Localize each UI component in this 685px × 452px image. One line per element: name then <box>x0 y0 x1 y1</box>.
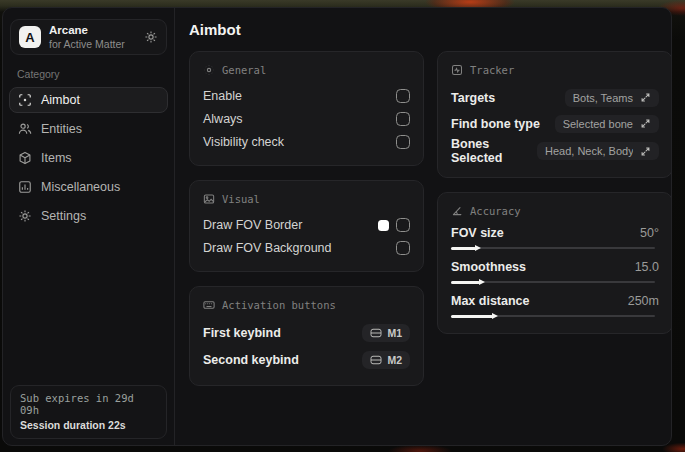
sidebar-item-settings[interactable]: Settings <box>9 203 168 229</box>
mouse-icon <box>370 328 382 338</box>
page-title: Aimbot <box>189 21 672 38</box>
brand-title: Arcane <box>49 24 136 37</box>
right-column: Tracker Targets Bots, Teams <box>437 51 672 386</box>
section-title: Activation buttons <box>222 299 336 311</box>
slider-value: 15.0 <box>635 260 659 274</box>
dropdown-value: Head, Neck, Body, Pe.. <box>545 145 633 157</box>
expand-icon <box>640 146 651 157</box>
first-keybind-button[interactable]: M1 <box>362 324 410 342</box>
pulse-icon <box>451 64 463 76</box>
slider-value: 50° <box>640 226 659 240</box>
brand-header: A Arcane for Active Matter <box>10 19 167 55</box>
setting-label: Enable <box>203 89 242 103</box>
setting-row-first-keybind: First keybind M1 <box>203 320 410 346</box>
setting-label: Bones Selected <box>451 137 537 165</box>
always-checkbox[interactable] <box>396 112 410 126</box>
setting-row-draw-fov-background: Draw FOV Background <box>203 237 410 259</box>
chart-icon <box>18 180 32 194</box>
fov-size-slider[interactable] <box>451 243 659 253</box>
angle-icon <box>451 205 463 217</box>
sidebar-nav: Aimbot Entities <box>3 87 174 232</box>
setting-label: Second keybind <box>203 353 299 367</box>
smoothness-slider[interactable] <box>451 277 659 287</box>
setting-row-fov-size: FOV size 50° <box>451 226 659 253</box>
section-title: Accuracy <box>470 205 521 217</box>
visual-card: Visual Draw FOV Border Draw FOV Backgrou… <box>189 180 424 272</box>
dropdown-value: Selected bone <box>563 118 633 130</box>
bones-selected-dropdown[interactable]: Head, Neck, Body, Pe.. <box>537 142 659 160</box>
setting-label: Targets <box>451 91 495 105</box>
sidebar-item-entities[interactable]: Entities <box>9 116 168 142</box>
setting-label: Visibility check <box>203 135 284 149</box>
cube-icon <box>18 151 32 165</box>
sidebar-item-label: Aimbot <box>41 93 80 107</box>
gear-icon[interactable] <box>144 30 158 44</box>
sidebar-item-miscellaneous[interactable]: Miscellaneous <box>9 174 168 200</box>
sidebar-item-label: Settings <box>41 209 86 223</box>
setting-row-bones-selected: Bones Selected Head, Neck, Body, Pe.. <box>451 137 659 165</box>
setting-row-targets: Targets Bots, Teams <box>451 85 659 110</box>
sidebar-item-label: Entities <box>41 122 82 136</box>
game-background: A Arcane for Active Matter Category <box>0 0 685 452</box>
activation-card: Activation buttons First keybind M1 <box>189 286 424 386</box>
setting-row-enable: Enable <box>203 85 410 107</box>
slider-fill[interactable] <box>451 315 493 318</box>
subscription-info: Sub expires in 29d 09h Session duration … <box>10 385 167 439</box>
find-bone-type-dropdown[interactable]: Selected bone <box>555 115 659 133</box>
mouse-icon <box>370 355 382 365</box>
max-distance-slider[interactable] <box>451 311 659 321</box>
section-title: General <box>222 64 266 76</box>
color-swatch[interactable] <box>378 220 389 231</box>
brand-text: Arcane for Active Matter <box>49 24 136 49</box>
expand-icon <box>640 92 651 103</box>
cheat-menu-window: A Arcane for Active Matter Category <box>2 7 672 446</box>
slider-fill[interactable] <box>451 247 476 250</box>
sidebar-item-aimbot[interactable]: Aimbot <box>9 87 168 113</box>
sidebar-spacer <box>3 232 174 385</box>
setting-row-second-keybind: Second keybind M2 <box>203 347 410 373</box>
setting-label: Draw FOV Border <box>203 218 302 232</box>
setting-row-always: Always <box>203 108 410 130</box>
sidebar-item-label: Miscellaneous <box>41 180 120 194</box>
slider-fill[interactable] <box>451 281 480 284</box>
enable-checkbox[interactable] <box>396 89 410 103</box>
keybind-value: M2 <box>387 354 402 366</box>
setting-row-max-distance: Max distance 250m <box>451 294 659 321</box>
sidebar-item-items[interactable]: Items <box>9 145 168 171</box>
keyboard-icon <box>203 299 215 311</box>
tracker-card: Tracker Targets Bots, Teams <box>437 51 672 178</box>
users-icon <box>18 122 32 136</box>
image-icon <box>203 193 215 205</box>
second-keybind-button[interactable]: M2 <box>362 351 410 369</box>
gear-dots-icon <box>203 64 215 76</box>
brand-subtitle: for Active Matter <box>49 38 136 50</box>
dropdown-value: Bots, Teams <box>573 92 633 104</box>
section-title: Tracker <box>470 64 514 76</box>
main-content: Aimbot General <box>175 8 672 445</box>
setting-label: Max distance <box>451 294 530 308</box>
slider-value: 250m <box>628 294 659 308</box>
setting-row-find-bone-type: Find bone type Selected bone <box>451 111 659 136</box>
setting-row-draw-fov-border: Draw FOV Border <box>203 214 410 236</box>
targets-dropdown[interactable]: Bots, Teams <box>565 89 659 107</box>
setting-label: Smoothness <box>451 260 526 274</box>
left-column: General Enable Always Visibility check <box>189 51 424 386</box>
slider-track <box>451 247 655 249</box>
visibility-check-checkbox[interactable] <box>396 135 410 149</box>
setting-row-visibility-check: Visibility check <box>203 131 410 153</box>
general-card: General Enable Always Visibility check <box>189 51 424 166</box>
app-logo: A <box>19 26 41 48</box>
section-title: Visual <box>222 193 260 205</box>
keybind-value: M1 <box>387 327 402 339</box>
draw-fov-border-checkbox[interactable] <box>396 218 410 232</box>
sidebar-item-label: Items <box>41 151 72 165</box>
accuracy-card: Accuracy FOV size 50° <box>437 192 672 334</box>
category-label: Category <box>17 68 174 80</box>
setting-label: FOV size <box>451 226 504 240</box>
draw-fov-background-checkbox[interactable] <box>396 241 410 255</box>
setting-label: Draw FOV Background <box>203 241 332 255</box>
sub-expires-text: Sub expires in 29d 09h <box>20 392 157 416</box>
session-duration-text: Session duration 22s <box>20 419 157 431</box>
setting-label: Find bone type <box>451 117 540 131</box>
setting-row-smoothness: Smoothness 15.0 <box>451 260 659 287</box>
